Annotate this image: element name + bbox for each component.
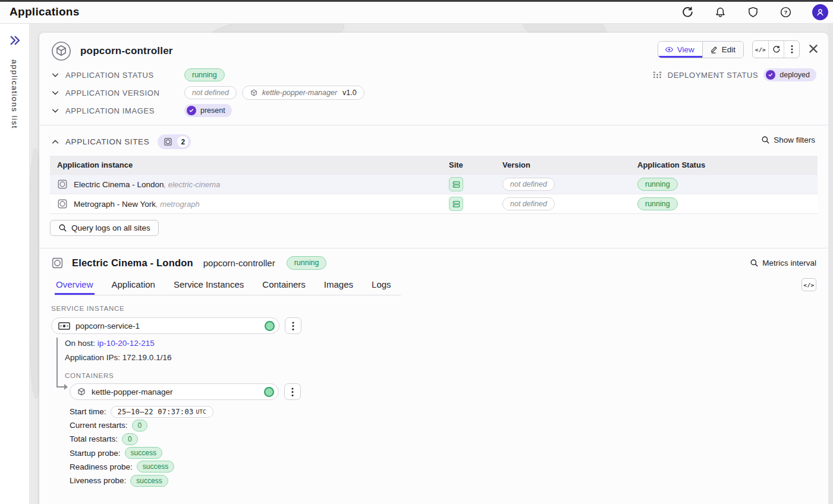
view-edit-toggle: View Edit	[658, 41, 744, 58]
edit-button[interactable]: Edit	[702, 42, 743, 58]
chevron-down-icon[interactable]	[51, 89, 59, 97]
health-dot	[265, 321, 275, 331]
show-filters-button[interactable]: Show filters	[761, 136, 815, 144]
table-row[interactable]: Metrograph - New York, metrograph not de…	[50, 194, 818, 213]
site-server-icon[interactable]	[449, 197, 463, 211]
code-view-icon[interactable]: </>	[801, 278, 816, 291]
site-icon	[57, 199, 68, 209]
topbar: Applications ?	[0, 0, 833, 24]
search-icon	[58, 223, 67, 232]
application-images-row: APPLICATION IMAGES present	[51, 102, 364, 119]
site-icon	[164, 137, 172, 146]
application-detail-panel: popcorn-controller View Edit </>	[39, 33, 828, 504]
status-badge: running	[637, 197, 678, 211]
site-name: Electric Cinema - London	[72, 257, 193, 269]
refresh-app-icon[interactable]	[768, 41, 784, 58]
total-restarts-badge: 0	[122, 433, 138, 445]
sites-header: APPLICATION SITES 2	[51, 134, 191, 149]
package-icon	[250, 89, 258, 97]
status-badge: running	[287, 256, 327, 270]
notifications-bell-icon[interactable]	[714, 6, 727, 18]
nesting-line	[56, 386, 64, 388]
version-badge: not defined	[502, 197, 555, 211]
deployed-badge: deployed	[763, 68, 816, 81]
site-icon	[57, 179, 68, 190]
metrics-interval-button[interactable]: Metrics interval	[750, 259, 816, 267]
version-not-defined-badge: not defined	[184, 86, 237, 100]
start-time-row: Start time: 25–10–22 07:37:03UTC	[70, 405, 213, 418]
kebab-menu-icon[interactable]	[285, 317, 301, 334]
chevron-up-icon[interactable]	[51, 138, 59, 146]
tab-images[interactable]: Images	[323, 276, 354, 295]
site-detail-header: Electric Cinema - London popcorn-control…	[51, 256, 326, 270]
total-restarts-row: Total restarts: 0	[70, 432, 213, 446]
current-restarts-badge: 0	[132, 420, 148, 431]
kebab-menu-icon[interactable]	[784, 41, 799, 58]
chevron-down-icon[interactable]	[51, 106, 59, 115]
app-name: popcorn-controller	[203, 258, 275, 268]
scrollbar[interactable]	[828, 24, 833, 504]
application-sites-section: APPLICATION SITES 2 Show filters Applica…	[39, 125, 828, 248]
version-badge: not defined	[502, 178, 555, 191]
sidebar-vertical-label[interactable]: applications list	[10, 59, 19, 129]
shield-icon[interactable]	[747, 6, 759, 18]
status-badge: running	[637, 178, 678, 191]
readiness-probe-row: Readiness probe: success	[70, 460, 213, 474]
application-status-rows: APPLICATION STATUS running APPLICATION V…	[51, 66, 364, 119]
nesting-line	[56, 338, 58, 388]
startup-probe-badge: success	[125, 447, 162, 459]
view-button[interactable]: View	[658, 42, 702, 58]
site-detail-section: Electric Cinema - London popcorn-control…	[39, 248, 828, 504]
container-pill[interactable]: kettle-popper-manager	[70, 383, 279, 400]
site-server-icon[interactable]	[449, 177, 463, 191]
refresh-icon[interactable]	[681, 6, 694, 18]
sites-count-badge: 2	[158, 134, 191, 149]
search-icon	[761, 136, 770, 144]
readiness-probe-badge: success	[137, 461, 174, 472]
page-title: Applications	[10, 5, 80, 18]
deployment-status: DEPLOYMENT STATUS deployed	[652, 66, 816, 84]
service-instance-label: SERVICE INSTANCE	[51, 305, 125, 312]
start-time-badge: 25–10–22 07:37:03UTC	[111, 406, 213, 418]
tab-logs[interactable]: Logs	[370, 276, 392, 295]
expand-sidebar-icon[interactable]	[9, 34, 21, 46]
kebab-menu-icon[interactable]	[284, 383, 301, 400]
help-icon[interactable]: ?	[779, 6, 792, 18]
service-instance-pill[interactable]: popcorn-service-1	[51, 317, 279, 334]
header-icon-group: </>	[752, 40, 800, 58]
health-dot	[264, 387, 274, 397]
table-row[interactable]: Electric Cinema - London, electric-cinem…	[50, 174, 818, 194]
query-logs-button[interactable]: Query logs on all sites	[50, 220, 159, 236]
top-strip	[0, 0, 833, 2]
nesting-arrow	[64, 384, 68, 390]
user-avatar[interactable]	[812, 4, 828, 20]
container-version-badge: kettle-popper-manager v1.0	[242, 86, 364, 100]
container-detail-list: Start time: 25–10–22 07:37:03UTC Current…	[70, 405, 213, 487]
container-row: kettle-popper-manager	[70, 383, 301, 400]
tab-overview[interactable]: Overview	[55, 276, 95, 295]
tab-service-instances[interactable]: Service Instances	[172, 276, 245, 295]
code-view-icon[interactable]: </>	[753, 41, 768, 58]
status-badge: running	[184, 68, 225, 82]
tab-application[interactable]: Application	[111, 276, 156, 295]
eye-icon	[665, 45, 674, 54]
liveness-probe-row: Liveness probe: success	[70, 474, 213, 487]
header-controls: View Edit </>	[658, 40, 820, 58]
service-instance-icon	[58, 322, 70, 330]
application-package-icon	[51, 41, 71, 61]
host-link[interactable]: ip-10-20-12-215	[98, 339, 155, 348]
applications-list-sidebar: applications list	[0, 24, 30, 504]
current-restarts-row: Current restarts: 0	[70, 418, 213, 432]
application-version-row: APPLICATION VERSION not defined kettle-p…	[51, 84, 364, 102]
site-icon	[51, 257, 64, 269]
startup-probe-row: Startup probe: success	[70, 446, 213, 460]
topbar-icons: ?	[681, 4, 828, 20]
application-title: popcorn-controller	[80, 45, 173, 57]
check-icon	[187, 106, 196, 115]
images-present-badge: present	[184, 104, 232, 117]
package-icon	[77, 387, 86, 396]
close-icon[interactable]	[808, 43, 820, 55]
chevron-down-icon[interactable]	[51, 71, 59, 79]
tab-containers[interactable]: Containers	[261, 276, 307, 295]
application-header-section: popcorn-controller View Edit </>	[39, 33, 828, 125]
